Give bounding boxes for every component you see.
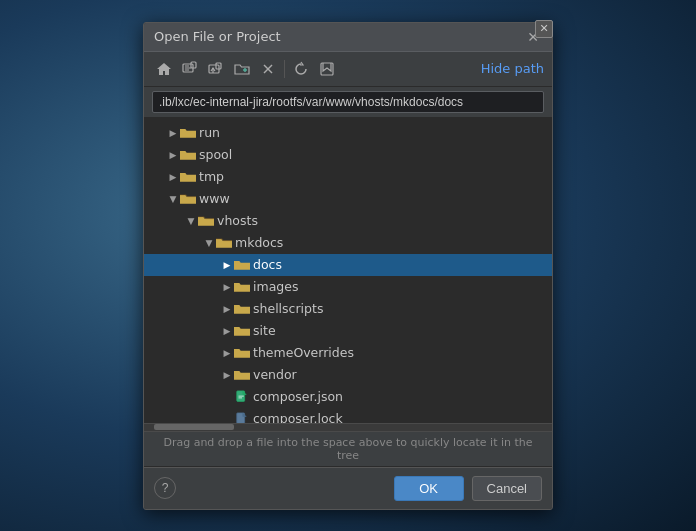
nav-up-icon	[208, 61, 224, 77]
tree-arrow: ▶	[220, 368, 234, 382]
new-folder-button[interactable]	[230, 57, 254, 81]
tree-item[interactable]: ▶ vendor	[144, 364, 552, 386]
tree-item[interactable]: ▶ run	[144, 122, 552, 144]
tree-item-label: tmp	[199, 169, 224, 184]
dialog-titlebar: Open File or Project ✕	[144, 23, 552, 52]
tree-arrow: ▶	[166, 148, 180, 162]
toolbar-separator	[284, 60, 285, 78]
tree-item-label: composer.lock	[253, 411, 343, 423]
file-icon	[234, 412, 250, 423]
tree-item[interactable]: ▼ www	[144, 188, 552, 210]
toolbar: Hide path	[144, 52, 552, 87]
dialog: Open File or Project ✕	[143, 22, 553, 510]
nav-up-button[interactable]	[204, 57, 228, 81]
file-json-icon	[234, 390, 250, 404]
folder-icon	[180, 148, 196, 162]
tree-item-label: composer.json	[253, 389, 343, 404]
tree-arrow: ▼	[166, 192, 180, 206]
folder-icon	[234, 368, 250, 382]
folder-icon	[198, 214, 214, 228]
refresh-button[interactable]	[289, 57, 313, 81]
tree-item-label: spool	[199, 147, 232, 162]
folder-icon	[180, 192, 196, 206]
horizontal-scrollbar-thumb[interactable]	[154, 424, 234, 430]
bookmark-icon	[319, 61, 335, 77]
tree-item-label: docs	[253, 257, 282, 272]
folder-icon	[216, 236, 232, 250]
ok-button[interactable]: OK	[394, 476, 464, 501]
cancel-button[interactable]: Cancel	[472, 476, 542, 501]
folder-icon	[234, 346, 250, 360]
delete-icon	[260, 61, 276, 77]
tree-arrow: ▶	[220, 346, 234, 360]
file-tree-container: ▶ run▶ spool▶ tmp▼ www▼ vhosts▼ mkdocs▶ …	[144, 118, 552, 423]
tree-item[interactable]: ▼ mkdocs	[144, 232, 552, 254]
horizontal-scrollbar[interactable]	[144, 423, 552, 431]
tree-arrow	[220, 390, 234, 404]
tree-arrow: ▶	[166, 170, 180, 184]
refresh-icon	[293, 61, 309, 77]
dialog-footer: ? OK Cancel	[144, 467, 552, 509]
tree-item[interactable]: ▶ docs	[144, 254, 552, 276]
tree-item-label: site	[253, 323, 276, 338]
folder-icon	[234, 258, 250, 272]
tree-item-label: vhosts	[217, 213, 258, 228]
tree-item[interactable]: ▶ site	[144, 320, 552, 342]
folder-icon	[234, 302, 250, 316]
new-folder-icon	[234, 61, 250, 77]
delete-button[interactable]	[256, 57, 280, 81]
back-button[interactable]	[178, 57, 202, 81]
tree-arrow: ▶	[166, 126, 180, 140]
hide-path-link[interactable]: Hide path	[481, 61, 544, 76]
tree-item[interactable]: ▶ tmp	[144, 166, 552, 188]
footer-right: OK Cancel	[394, 476, 542, 501]
help-button[interactable]: ?	[154, 477, 176, 499]
tree-item-label: www	[199, 191, 230, 206]
tree-item[interactable]: ▶ shellscripts	[144, 298, 552, 320]
tree-arrow: ▶	[220, 258, 234, 272]
back-icon	[182, 61, 198, 77]
folder-icon	[234, 324, 250, 338]
tree-arrow: ▶	[220, 280, 234, 294]
drag-hint: Drag and drop a file into the space abov…	[144, 431, 552, 467]
path-input[interactable]	[152, 91, 544, 113]
tree-arrow: ▼	[184, 214, 198, 228]
tree-item[interactable]: ▶ spool	[144, 144, 552, 166]
home-icon	[156, 61, 172, 77]
tree-arrow: ▶	[220, 324, 234, 338]
tree-item-label: run	[199, 125, 220, 140]
folder-icon	[180, 170, 196, 184]
tree-arrow: ▼	[202, 236, 216, 250]
path-bar	[144, 87, 552, 118]
tree-item-label: themeOverrides	[253, 345, 354, 360]
tree-item[interactable]: ▶ themeOverrides	[144, 342, 552, 364]
tree-item[interactable]: composer.json	[144, 386, 552, 408]
tree-arrow	[220, 412, 234, 423]
outer-window: ✕ Open File or Project ✕	[143, 22, 553, 510]
dialog-title: Open File or Project	[154, 29, 281, 44]
tree-item[interactable]: ▶ images	[144, 276, 552, 298]
tree-item-label: shellscripts	[253, 301, 323, 316]
bookmark-button[interactable]	[315, 57, 339, 81]
tree-scroll-area[interactable]: ▶ run▶ spool▶ tmp▼ www▼ vhosts▼ mkdocs▶ …	[144, 118, 552, 423]
tree-item[interactable]: ▼ vhosts	[144, 210, 552, 232]
outer-close-button[interactable]: ✕	[535, 20, 553, 38]
tree-item[interactable]: composer.lock	[144, 408, 552, 423]
tree-item-label: mkdocs	[235, 235, 283, 250]
folder-icon	[180, 126, 196, 140]
folder-icon	[234, 280, 250, 294]
footer-left: ?	[154, 477, 176, 499]
tree-item-label: images	[253, 279, 298, 294]
tree-item-label: vendor	[253, 367, 297, 382]
tree-arrow: ▶	[220, 302, 234, 316]
home-button[interactable]	[152, 57, 176, 81]
